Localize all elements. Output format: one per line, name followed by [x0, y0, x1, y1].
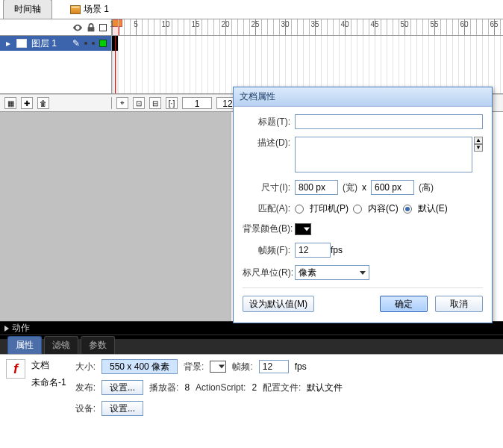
as-value: 2 — [251, 382, 257, 393]
set-default-button[interactable]: 设为默认值(M) — [243, 296, 314, 312]
fps-value-field[interactable]: 12 — [259, 360, 289, 373]
tab-filters-label: 滤镜 — [52, 340, 70, 350]
scene-label: 场景 1 — [84, 3, 109, 16]
ruler-mark: 30 — [281, 20, 289, 28]
tab-timeline[interactable]: 时间轴 — [3, 0, 52, 19]
new-folder-button[interactable]: ✚ — [21, 97, 33, 109]
bg-label: 背景: — [184, 361, 204, 373]
timeline-ruler[interactable]: 1510152025303540455055606570 — [112, 19, 503, 35]
ruler-mark: 20 — [221, 20, 229, 28]
tab-parameters[interactable]: 参数 — [81, 336, 115, 354]
doc-name: 未命名-1 — [31, 376, 66, 389]
tab-timeline-label: 时间轴 — [14, 4, 41, 14]
label-bg: 背景颜色(B): — [243, 223, 295, 235]
actions-label: 动作 — [12, 322, 30, 335]
radio-printer[interactable] — [295, 205, 304, 214]
description-field[interactable] — [295, 137, 472, 172]
scene-icon — [70, 5, 81, 14]
tab-properties[interactable]: 属性 — [7, 336, 42, 354]
current-frame-field[interactable]: 1 — [182, 97, 212, 109]
player-value: 8 — [184, 382, 190, 393]
delete-layer-button[interactable]: 🗑 — [37, 97, 49, 109]
height-paren: (高) — [419, 181, 434, 194]
stage-pasteboard — [0, 112, 231, 321]
timeline-frames[interactable] — [112, 36, 503, 93]
ruler-mark: 35 — [310, 20, 319, 28]
width-field[interactable] — [295, 180, 338, 195]
tab-filters[interactable]: 滤镜 — [44, 336, 78, 354]
radio-content-label: 内容(C) — [368, 202, 399, 215]
ruler-mark: 60 — [460, 20, 468, 28]
cancel-button[interactable]: 取消 — [435, 296, 483, 312]
onion-outline-button[interactable]: ⊟ — [149, 97, 161, 109]
ruler-mark: 5 — [134, 20, 138, 28]
center-frame-button[interactable]: ⌖ — [116, 97, 128, 109]
flash-doc-icon: f — [6, 359, 25, 379]
chevron-down-icon — [360, 271, 366, 275]
ruler-mark: 1 — [110, 20, 114, 28]
triangle-right-icon — [4, 326, 9, 332]
label-framerate: 帧频(F): — [243, 244, 295, 257]
ruler-mark: 15 — [191, 20, 199, 28]
label-size: 尺寸(I): — [243, 181, 295, 194]
size-label: 大小: — [75, 361, 96, 373]
by-label: x — [362, 182, 366, 193]
onion-skin-button[interactable]: ⊡ — [133, 97, 145, 109]
ruler-mark: 10 — [161, 20, 169, 28]
config-label: 配置文件: — [263, 382, 301, 394]
new-layer-button[interactable]: ▦ — [4, 97, 16, 109]
publish-label: 发布: — [75, 382, 96, 394]
ruler-unit-value: 像素 — [299, 267, 316, 279]
ok-label: 确定 — [395, 299, 413, 309]
publish-settings-button[interactable]: 设置... — [101, 380, 143, 395]
layer-toggle-icon[interactable]: ▸ — [4, 38, 12, 49]
tab-parameters-label: 参数 — [89, 340, 107, 350]
layer-color-swatch[interactable] — [99, 40, 107, 47]
document-properties-dialog: 文档属性 标题(T): 描述(D): ▲▼ 尺寸(I): (宽) x (高) 匹… — [233, 87, 493, 323]
background-color-swatch[interactable] — [295, 223, 311, 235]
height-field[interactable] — [371, 180, 414, 195]
radio-default[interactable] — [403, 205, 412, 214]
as-label: ActionScript: — [196, 382, 246, 393]
ruler-mark: 45 — [370, 20, 378, 28]
lock-icon[interactable] — [86, 22, 96, 33]
ruler-mark: 55 — [430, 20, 438, 28]
ok-button[interactable]: 确定 — [380, 296, 428, 312]
publish-settings-label: 设置... — [110, 382, 135, 393]
scene-selector[interactable]: 场景 1 — [63, 0, 116, 19]
eye-icon[interactable] — [72, 22, 83, 33]
ruler-mark: 65 — [490, 20, 498, 28]
label-title: 标题(T): — [243, 116, 295, 128]
bg-swatch[interactable] — [210, 361, 226, 373]
layer-row[interactable]: ▸ 图层 1 ✎ — [0, 36, 111, 51]
label-match: 匹配(A): — [243, 202, 295, 215]
fps-unit-label: fps — [295, 361, 307, 372]
desc-spin-up[interactable]: ▲ — [474, 137, 483, 144]
config-value: 默认文件 — [307, 382, 343, 394]
device-label: 设备: — [75, 402, 96, 415]
cancel-label: 取消 — [450, 299, 468, 309]
set-default-label: 设为默认值(M) — [249, 299, 307, 309]
label-description: 描述(D): — [243, 137, 295, 149]
layer-dot-lock[interactable] — [92, 42, 95, 45]
width-paren: (宽) — [343, 181, 357, 194]
size-button[interactable]: 550 x 400 像素 — [101, 359, 178, 374]
device-settings-label: 设置... — [110, 403, 135, 414]
label-ruler-unit: 标尺单位(R): — [243, 267, 295, 279]
layer-type-icon — [16, 39, 27, 48]
doc-label: 文档 — [31, 359, 66, 372]
ruler-unit-select[interactable]: 像素 — [295, 265, 369, 280]
outline-icon[interactable] — [99, 24, 107, 31]
layer-name: 图层 1 — [31, 37, 57, 50]
title-field[interactable] — [295, 114, 483, 129]
player-label: 播放器: — [149, 382, 178, 394]
layer-dot-vis[interactable] — [84, 42, 87, 45]
radio-content[interactable] — [353, 205, 362, 214]
device-settings-button[interactable]: 设置... — [101, 401, 143, 416]
radio-default-label: 默认(E) — [418, 202, 448, 215]
size-value: 550 x 400 像素 — [110, 361, 169, 372]
edit-multi-button[interactable]: [·] — [166, 97, 178, 109]
desc-spin-down[interactable]: ▼ — [474, 144, 483, 152]
dialog-title: 文档属性 — [234, 87, 492, 107]
framerate-field[interactable] — [295, 243, 331, 258]
